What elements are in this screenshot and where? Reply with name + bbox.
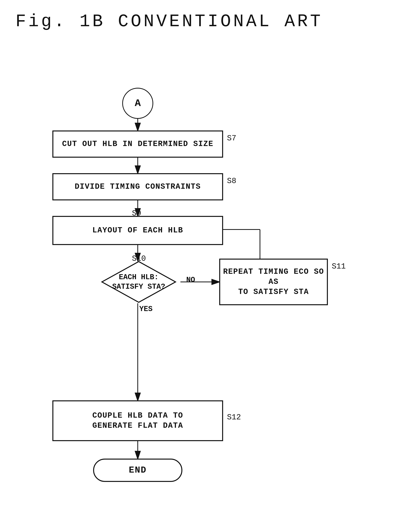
s9-rect: LAYOUT OF EACH HLB bbox=[52, 216, 223, 245]
s8-rect: DIVIDE TIMING CONSTRAINTS bbox=[52, 173, 223, 200]
s11-rect: REPEAT TIMING ECO SO AS TO SATISFY STA bbox=[219, 259, 328, 305]
s12-rect: COUPLE HLB DATA TO GENERATE FLAT DATA bbox=[52, 400, 223, 441]
end-terminal: END bbox=[93, 459, 182, 482]
yes-label: YES bbox=[139, 305, 153, 313]
s10-diamond-text: EACH HLB: SATISFY STA? bbox=[101, 261, 176, 303]
s7-label: S7 bbox=[227, 134, 236, 143]
no-label: NO bbox=[186, 276, 195, 284]
s9-label: S9 bbox=[132, 209, 141, 218]
start-circle: A bbox=[122, 88, 153, 119]
s12-label: S12 bbox=[227, 413, 241, 422]
s11-label: S11 bbox=[332, 262, 346, 271]
page-title: Fig. 1B CONVENTIONAL ART bbox=[0, 0, 414, 39]
diagram-container: A CUT OUT HLB IN DETERMINED SIZE S7 DIVI… bbox=[0, 39, 414, 521]
s7-rect: CUT OUT HLB IN DETERMINED SIZE bbox=[52, 131, 223, 158]
s10-label: S10 bbox=[132, 254, 146, 263]
s8-label: S8 bbox=[227, 177, 236, 185]
